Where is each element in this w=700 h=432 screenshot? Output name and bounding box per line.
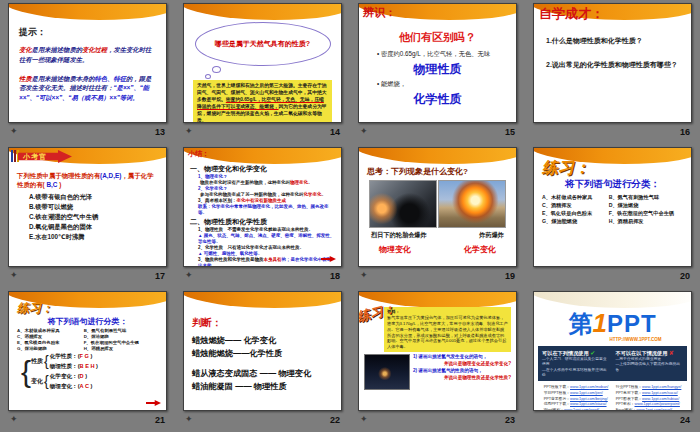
option-item: B、氨气有刺激性气味 xyxy=(84,328,158,333)
slide-title: 练习： xyxy=(542,160,685,177)
option-list: A、木材做成各种家具 B、氨气有刺激性气味 C、酒精挥发 D、煤油燃烧 E、氧化… xyxy=(15,328,160,351)
slide-number: 23 xyxy=(505,415,515,425)
link-row: 节日PPT模板：www.1ppt.com/jieri/ xyxy=(544,391,609,396)
section-heading: 二、物理性质和化学性质 xyxy=(190,217,335,226)
summary-line: 3、物质的性质和化学性质是物质本身具有的；是在化学变化中表现出来的。 xyxy=(198,257,335,267)
section-heading: 一、物理变化和化学变化 xyxy=(190,164,335,173)
slide-16-cell: 自学成才： 1.什么是物理性质和化学性质？ 2.说出常见的化学性质和物理性质有哪… xyxy=(525,0,700,144)
link-row: PPT教程：www.1ppt.com/powerpoint/ xyxy=(616,402,682,407)
license-line: —上传到网络供他人下载或作为商品出售 xyxy=(616,362,684,373)
license-line: —在个人作品中引用本站模板并注明出处 xyxy=(542,368,610,379)
answer-label: 化学性质 xyxy=(365,91,510,108)
answer-label: 物理性质 xyxy=(365,61,510,78)
option-item: G、煤油能燃烧 xyxy=(17,346,82,351)
option-item: C、酒精挥发 xyxy=(542,202,607,209)
option-item: C、酒精挥发 xyxy=(17,334,82,339)
next-arrow-icon[interactable] xyxy=(146,400,161,406)
slide-18-thumbnail[interactable]: 小结： 一、物理变化和化学变化 1、物理变化？ 物质在变化时没有产生新的物质，这… xyxy=(183,147,342,267)
link[interactable]: www.1ppt.com/powerpoint/ xyxy=(635,402,680,406)
option-item: H、酒精易挥发 xyxy=(609,218,683,225)
resource-links: PPT模板下载：www.1ppt.com/moban/ 节日PPT模板：www.… xyxy=(538,385,687,411)
slide-13-cell: 提示： 变化是用来描述物质的变化过程，发生变化时往往有一些现象伴随发生。 性质是… xyxy=(0,0,175,144)
license-allowed-title: 可以在下列情况使用 ✔ xyxy=(542,349,610,357)
link[interactable]: www.1ppt.com/word/ xyxy=(564,408,599,411)
link[interactable]: www.1ppt.com/tubiao/ xyxy=(642,397,679,401)
transition-star-icon: ✦ xyxy=(360,127,368,136)
judgement-line: 蜡烛燃烧—— 化学变化 xyxy=(192,335,335,346)
question-line: 下列性质中属于物理性质的有(A,D,E)，属于化学性质的有( B,C ) xyxy=(17,172,158,190)
tire-photo xyxy=(369,180,437,228)
slide-23-thumbnail[interactable]: 练习： 资料： 氯气常温常压下为黄绿色气体，加压后可液化为金黄色液体氯，密度为3… xyxy=(358,291,517,411)
question-line: 并说出是物理变化还是化学变化? xyxy=(413,361,511,368)
option-item: H、酒精易挥发 xyxy=(84,346,158,351)
slide-21-thumbnail[interactable]: 练习： 将下列语句进行分类： A、木材做成各种家具 B、氨气有刺激性气味 C、酒… xyxy=(8,291,167,411)
slide-16-thumbnail[interactable]: 自学成才： 1.什么是物理性质和化学性质？ 2.说出常见的化学性质和物理性质有哪… xyxy=(533,3,692,123)
link[interactable]: www.1ppt.com/xiazai/ xyxy=(570,402,607,406)
cloud-bubble-icon xyxy=(212,66,221,73)
classification-line: 化学性质：(F G ) xyxy=(50,353,98,361)
slide-number: 18 xyxy=(330,271,340,281)
link[interactable]: www.1ppt.com/beijing/ xyxy=(570,397,608,401)
slide-20-cell: 练习： 将下列语句进行分类： A、木材做成各种家具 B、氨气有刺激性气味 C、酒… xyxy=(525,144,700,288)
highlight-textbox: 天然气，世界上继煤和石油之后的第三大能源。主要存在于油田气、气田气、煤层气、泥火… xyxy=(193,80,332,123)
slide-number: 24 xyxy=(680,415,690,425)
question-heading: 他们有区别吗？ xyxy=(365,30,510,45)
paragraph: 性质是用来描述物质本身的特色、特征的，跟是否发生变化无关。描述时往往有：“是××… xyxy=(19,74,156,103)
slide-21-cell: 练习： 将下列语句进行分类： A、木材做成各种家具 B、氨气有刺激性气味 C、酒… xyxy=(0,288,175,432)
link[interactable]: www.1ppt.com/moban/ xyxy=(570,385,608,389)
option-item: A.镁带有银白色的光泽 xyxy=(29,193,160,202)
link-row: Excel教程：www.1ppt.com/excel/ xyxy=(616,408,682,411)
classification-line: 物理性质：(B E H ) xyxy=(50,363,98,371)
slide-15-thumbnail[interactable]: 辨识： 他们有区别吗？ • 密度约0.65g/L，比空气轻，无色、无味 物理性质… xyxy=(358,3,517,123)
transition-star-icon: ✦ xyxy=(360,271,368,280)
transition-star-icon: ✦ xyxy=(185,271,193,280)
example-line: ▲ 颜色、状态、气味、熔点、沸点、硬度、密度、溶解性、挥发性、导电性等。 xyxy=(198,233,335,245)
1ppt-logo: 第1PPT xyxy=(538,310,687,336)
question-line: 1) 请画出描述氯气发生变化的语句， xyxy=(413,354,511,361)
badge-label: 小考官 xyxy=(23,152,47,162)
link[interactable]: www.1ppt.com/excel/ xyxy=(636,408,672,411)
reference-textbox: 资料： 氯气常温常压下为黄绿色气体，加压后可液化为金黄色液体氯，密度为3.170… xyxy=(384,307,511,352)
option-item: A、木材做成各种家具 xyxy=(542,194,607,201)
slide-number: 16 xyxy=(680,127,690,137)
slide-title: 自学成才： xyxy=(539,5,604,23)
license-banner: 可以在下列情况使用 ✔ —个人学习、研究或欣赏以及公益事业使用 —在个人作品中引… xyxy=(538,346,687,381)
slide-number: 14 xyxy=(330,127,340,137)
bullet-item: • 能燃烧， xyxy=(377,80,510,89)
slide-18-cell: 小结： 一、物理变化和化学变化 1、物理变化？ 物质在变化时没有产生新的物质，这… xyxy=(175,144,350,288)
link[interactable]: www.1ppt.com/sucai/ xyxy=(642,391,678,395)
judgement-line: 蜡烛能燃烧——化学性质 xyxy=(192,348,335,359)
transition-star-icon: ✦ xyxy=(185,127,193,136)
slide-title: 小结： xyxy=(188,149,209,159)
slide-title: 思考：下列现象是什么变化? xyxy=(367,166,508,177)
slide-number: 22 xyxy=(330,415,340,425)
option-list: A、木材做成各种家具 B、氨气有刺激性气味 C、酒精挥发 D、煤油燃烧 E、氧化… xyxy=(540,194,685,225)
answer-label: 物理变化 xyxy=(379,244,411,255)
transition-star-icon: ✦ xyxy=(185,415,193,424)
slide-20-thumbnail[interactable]: 练习： 将下列语句进行分类： A、木材做成各种家具 B、氨气有刺激性气味 C、酒… xyxy=(533,147,692,267)
option-item: E、氧化镁是白色粉末 xyxy=(17,340,82,345)
decorative-stripes-icon xyxy=(11,150,19,162)
slide-19-thumbnail[interactable]: 思考：下列现象是什么变化? 烈日下的轮胎会爆炸 炸药爆炸 物理变化 化学变化 xyxy=(358,147,517,267)
link[interactable]: www.1ppt.com/jieri/ xyxy=(570,391,603,395)
slide-24-thumbnail[interactable]: 第1PPT HTTP://WWW.1PPT.COM 可以在下列情况使用 ✔ —个… xyxy=(533,291,692,411)
slide-sorter-grid: 提示： 变化是用来描述物质的变化过程，发生变化时往往有一些现象伴随发生。 性质是… xyxy=(0,0,700,432)
option-item: B、氨气有刺激性气味 xyxy=(609,194,683,201)
check-icon: ✔ xyxy=(590,350,595,356)
paragraph: 变化是用来描述物质的变化过程，发生变化时往往有一些现象伴随发生。 xyxy=(19,45,156,65)
classification-line: 物理变化：(A C ) xyxy=(50,383,93,391)
transition-star-icon: ✦ xyxy=(10,127,18,136)
slide-22-thumbnail[interactable]: 判断： 蜡烛燃烧—— 化学变化 蜡烛能燃烧——化学性质 蜡从液态变成固态 —— … xyxy=(183,291,342,411)
link[interactable]: www.1ppt.com/hangye/ xyxy=(642,385,681,389)
slide-17-thumbnail[interactable]: 小考官 下列性质中属于物理性质的有(A,D,E)，属于化学性质的有( B,C )… xyxy=(8,147,167,267)
relation-line: 联系：化学变化中常常伴随物理变化，比如发光、放热、颜色改变等。 xyxy=(198,204,335,216)
slide-14-thumbnail[interactable]: 哪些是属于天然气具有的性质? 天然气，世界上继煤和石油之后的第三大能源。主要存在… xyxy=(183,3,342,123)
transition-star-icon: ✦ xyxy=(10,415,18,424)
slide-13-thumbnail[interactable]: 提示： 变化是用来描述物质的变化过程，发生变化时往往有一些现象伴随发生。 性质是… xyxy=(8,3,167,123)
option-item: C.铁在潮湿的空气中生锈 xyxy=(29,213,160,222)
cross-icon: ✘ xyxy=(669,350,674,356)
option-item: F、铁在潮湿的空气中会生锈 xyxy=(84,340,158,345)
question-line: 2) 请画出描述氯气的性质的语句， xyxy=(413,368,511,375)
option-item: A、木材做成各种家具 xyxy=(17,328,82,333)
link-row: 行业PPT模板：www.1ppt.com/hangye/ xyxy=(616,385,682,390)
